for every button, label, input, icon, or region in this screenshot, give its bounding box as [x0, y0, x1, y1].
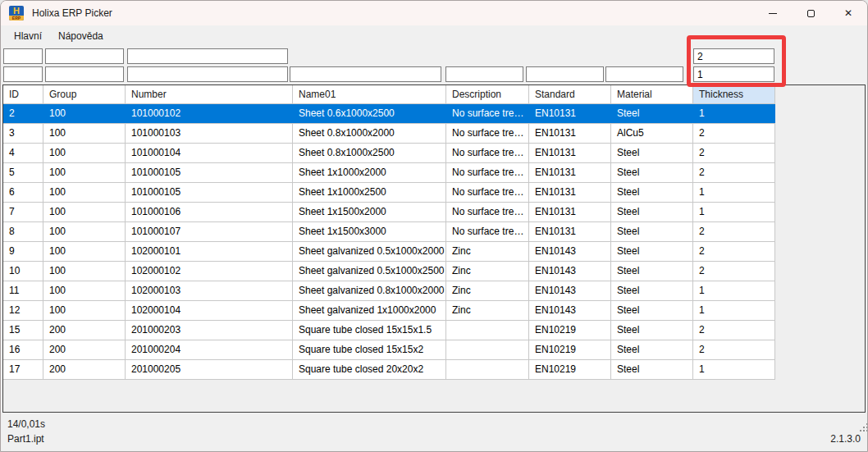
- filter-input-group-row2[interactable]: [45, 66, 124, 82]
- cell-description: No surface treat...: [446, 222, 529, 241]
- cell-standard: EN10131: [529, 144, 611, 162]
- cell-thickness: 2: [693, 321, 775, 340]
- cell-name01: Sheet 0.6x1000x2500: [293, 104, 446, 123]
- filter-area: [1, 46, 867, 84]
- cell-description: No surface treat...: [446, 144, 529, 162]
- table-row[interactable]: 12100102000104Sheet galvanized 1x1000x20…: [3, 301, 775, 321]
- cell-id: 2: [3, 104, 43, 123]
- cell-thickness: 2: [693, 340, 775, 359]
- cell-group: 100: [43, 183, 126, 202]
- menu-item-napoveda[interactable]: Nápověda: [50, 27, 112, 45]
- cell-standard: EN10219: [529, 360, 611, 379]
- column-header-name01[interactable]: Name01: [293, 85, 446, 103]
- filter-input-id-row1[interactable]: [3, 48, 43, 64]
- cell-standard: EN10131: [529, 222, 611, 241]
- cell-group: 200: [43, 321, 126, 340]
- titlebar: H ERP Holixa ERP Picker ✕: [1, 1, 867, 25]
- close-button[interactable]: ✕: [829, 1, 867, 25]
- cell-number: 102000104: [126, 301, 293, 320]
- cell-name01: Square tube closed 15x15x1.5: [293, 321, 446, 340]
- cell-name01: Sheet galvanized 0.5x1000x2500: [293, 262, 446, 281]
- column-header-thickness[interactable]: Thickness: [693, 85, 775, 103]
- table-row[interactable]: 10100102000102Sheet galvanized 0.5x1000x…: [3, 262, 775, 281]
- cell-name01: Square tube closed 15x15x2: [293, 340, 446, 359]
- cell-thickness: 1: [693, 360, 775, 379]
- cell-id: 11: [3, 281, 43, 300]
- cell-standard: EN10131: [529, 163, 611, 182]
- cell-group: 200: [43, 360, 126, 379]
- status-filename: Part1.ipt: [7, 431, 861, 446]
- cell-id: 16: [3, 340, 43, 359]
- column-header-material[interactable]: Material: [611, 85, 693, 103]
- cell-standard: EN10143: [529, 262, 611, 281]
- cell-id: 17: [3, 360, 43, 379]
- column-header-id[interactable]: ID: [3, 85, 43, 103]
- cell-name01: Sheet 1x1000x2000: [293, 163, 446, 182]
- cell-thickness: 1: [693, 104, 775, 123]
- cell-description: Zinc: [446, 281, 529, 300]
- cell-description: Zinc: [446, 301, 529, 320]
- cell-thickness: 2: [693, 222, 775, 241]
- filter-input-number-row2[interactable]: [127, 66, 288, 82]
- cell-name01: Sheet 1x1500x3000: [293, 222, 446, 241]
- cell-description: No surface treat...: [446, 124, 529, 143]
- column-header-number[interactable]: Number: [126, 85, 293, 103]
- table-row[interactable]: 11100102000103Sheet galvanized 0.8x1000x…: [3, 281, 775, 301]
- table-row[interactable]: 15200201000203Square tube closed 15x15x1…: [3, 321, 775, 340]
- filter-input-material-row2[interactable]: [605, 66, 683, 82]
- cell-material: Steel: [611, 301, 693, 320]
- column-header-group[interactable]: Group: [43, 85, 126, 103]
- filter-input-name01-row2[interactable]: [290, 66, 441, 82]
- maximize-icon: [807, 10, 815, 17]
- cell-id: 10: [3, 262, 43, 281]
- minimize-icon: [769, 13, 777, 14]
- minimize-button[interactable]: [754, 1, 792, 25]
- table-row[interactable]: 8100101000107Sheet 1x1500x3000No surface…: [3, 222, 775, 242]
- cell-id: 8: [3, 222, 43, 241]
- cell-description: No surface treat...: [446, 183, 529, 202]
- cell-id: 9: [3, 242, 43, 261]
- cell-group: 100: [43, 124, 126, 143]
- table-row[interactable]: 9100102000101Sheet galvanized 0.5x1000x2…: [3, 242, 775, 262]
- app-icon-sub-label: ERP: [9, 16, 24, 21]
- cell-id: 12: [3, 301, 43, 320]
- cell-thickness: 2: [693, 262, 775, 281]
- table-row[interactable]: 6100101000105Sheet 1x1000x2500No surface…: [3, 183, 775, 203]
- cell-material: Steel: [611, 262, 693, 281]
- cell-name01: Sheet galvanized 1x1000x2000: [293, 301, 446, 320]
- filter-input-number-row1[interactable]: [127, 48, 288, 64]
- cell-group: 100: [43, 222, 126, 241]
- cell-name01: Square tube closed 20x20x2: [293, 360, 446, 379]
- filter-input-standard-row2[interactable]: [526, 66, 604, 82]
- cell-thickness: 2: [693, 242, 775, 261]
- column-header-description[interactable]: Description: [446, 85, 529, 103]
- cell-description: Zinc: [446, 262, 529, 281]
- filter-input-description-row2[interactable]: [445, 66, 523, 82]
- table-row[interactable]: 7100101000106Sheet 1x1500x2000No surface…: [3, 203, 775, 222]
- maximize-button[interactable]: [792, 1, 829, 25]
- table-row[interactable]: 3100101000103Sheet 0.8x1000x2000No surfa…: [3, 124, 775, 144]
- cell-id: 5: [3, 163, 43, 182]
- table-row[interactable]: 2100101000102Sheet 0.6x1000x2500No surfa…: [3, 104, 775, 124]
- table-body: 2100101000102Sheet 0.6x1000x2500No surfa…: [3, 104, 865, 380]
- menu-item-hlavni[interactable]: Hlavní: [6, 27, 50, 45]
- filter-input-id-row2[interactable]: [3, 66, 43, 82]
- cell-group: 200: [43, 340, 126, 359]
- cell-material: Steel: [611, 340, 693, 359]
- cell-group: 100: [43, 144, 126, 162]
- table-row[interactable]: 17200201000205Square tube closed 20x20x2…: [3, 360, 775, 380]
- table-row[interactable]: 16200201000204Square tube closed 15x15x2…: [3, 340, 775, 360]
- cell-number: 101000103: [126, 124, 293, 143]
- cell-material: Steel: [611, 104, 693, 123]
- table-row[interactable]: 4100101000104Sheet 0.8x1000x2500No surfa…: [3, 144, 775, 163]
- cell-number: 102000101: [126, 242, 293, 261]
- table-row[interactable]: 5100101000105Sheet 1x1000x2000No surface…: [3, 163, 775, 183]
- cell-description: No surface treat...: [446, 163, 529, 182]
- column-header-standard[interactable]: Standard: [529, 85, 611, 103]
- resize-grip-icon[interactable]: [860, 423, 861, 425]
- filter-input-group-row1[interactable]: [45, 48, 124, 64]
- filter-input-thickness-row2[interactable]: [693, 66, 774, 82]
- cell-number: 102000102: [126, 262, 293, 281]
- filter-input-thickness-row1[interactable]: [693, 48, 774, 64]
- cell-description: No surface treat...: [446, 203, 529, 221]
